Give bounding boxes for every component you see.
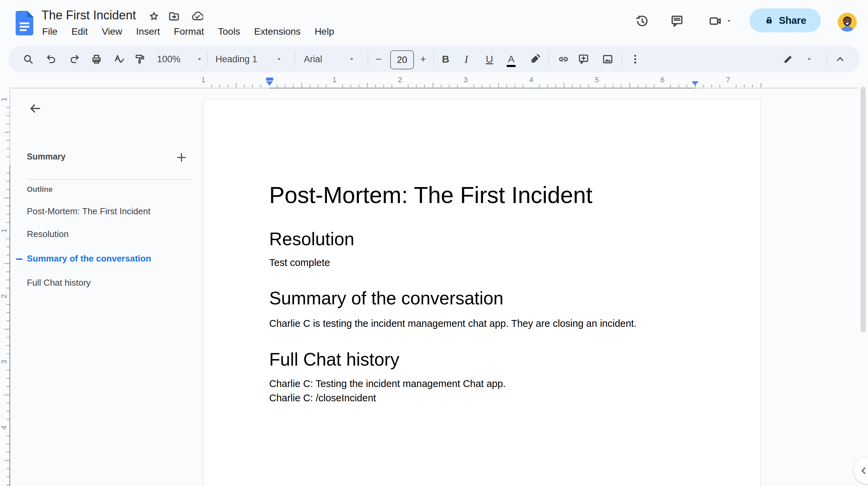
document-title[interactable]: The First Incident	[41, 8, 136, 22]
zoom-value: 100%	[157, 54, 180, 65]
paragraph-style-select[interactable]: Heading 1	[211, 51, 288, 67]
ruler-number: 1	[0, 227, 8, 234]
print-button[interactable]	[88, 51, 105, 67]
more-toolbar-options-button[interactable]	[627, 51, 643, 67]
menu-tools[interactable]: Tools	[216, 26, 241, 38]
redo-button[interactable]	[66, 51, 82, 67]
ruler-baseline-text-area	[270, 88, 695, 88]
outline-item-resolution[interactable]: Resolution	[27, 228, 69, 240]
image-icon	[602, 53, 613, 65]
outline-item-full-chat-history[interactable]: Full Chat history	[27, 277, 91, 288]
show-comments-button[interactable]	[668, 12, 686, 30]
version-history-button[interactable]	[633, 12, 651, 30]
first-line-indent-marker[interactable]	[266, 78, 273, 81]
paint-roller-icon	[134, 53, 146, 65]
plus-icon	[176, 152, 187, 163]
ruler-baseline-text-area	[10, 165, 10, 486]
outline-item-post-mortem[interactable]: Post-Mortem: The First Incident	[27, 205, 151, 217]
increase-font-size-button[interactable]: +	[415, 51, 431, 67]
star-button[interactable]	[146, 8, 162, 24]
paint-format-button[interactable]	[132, 51, 148, 67]
doc-chat-line[interactable]: Charlie C: Testing the incident manageme…	[269, 376, 696, 391]
chevron-down-icon	[805, 55, 813, 63]
share-label: Share	[779, 15, 806, 26]
pencil-icon	[783, 54, 794, 65]
italic-button[interactable]: I	[458, 51, 474, 67]
cloud-saved-icon	[191, 10, 203, 22]
bold-button[interactable]: B	[437, 51, 454, 67]
show-side-panel-button[interactable]	[854, 457, 868, 484]
toolbar-divider	[368, 52, 368, 67]
toolbar-divider	[622, 52, 622, 67]
chevron-down-icon	[725, 17, 733, 25]
zoom-select[interactable]: 100%	[153, 51, 207, 67]
menu-help[interactable]: Help	[313, 26, 336, 38]
kebab-menu-icon	[629, 53, 641, 65]
ruler-number: 6	[660, 76, 664, 84]
menu-edit[interactable]: Edit	[70, 26, 89, 38]
join-call-button[interactable]	[704, 12, 737, 30]
editing-mode-select[interactable]	[780, 51, 816, 67]
search-icon	[22, 53, 34, 65]
font-family-select[interactable]: Arial	[299, 51, 360, 67]
outline-item-summary-of-conversation[interactable]: Summary of the conversation	[27, 253, 151, 264]
toolbar-divider	[207, 52, 207, 67]
undo-button[interactable]	[44, 51, 60, 67]
menu-file[interactable]: File	[41, 26, 59, 38]
outline-section-label: Outline	[27, 185, 53, 194]
move-to-folder-button[interactable]	[166, 8, 182, 24]
underline-icon: U	[486, 54, 493, 64]
comment-icon	[670, 14, 684, 28]
add-comment-button[interactable]	[575, 51, 592, 67]
doc-heading-summary[interactable]: Summary of the conversation	[269, 288, 696, 309]
ruler-number: 4	[0, 424, 8, 431]
lock-icon	[764, 15, 774, 26]
spell-check-button[interactable]	[111, 51, 127, 67]
font-size-input[interactable]: 20	[390, 50, 414, 69]
chevron-up-icon	[834, 53, 846, 65]
insert-image-button[interactable]	[600, 51, 616, 67]
doc-chat-line[interactable]: Charlie C: /closeIncident	[269, 391, 696, 405]
ruler-number: 1	[332, 76, 336, 84]
menu-view[interactable]: View	[100, 26, 123, 38]
account-avatar[interactable]	[838, 13, 857, 32]
close-outline-button[interactable]	[27, 100, 44, 117]
hide-menus-button[interactable]	[832, 51, 848, 67]
toolbar-divider	[295, 52, 295, 67]
left-indent-marker[interactable]	[266, 81, 273, 86]
menu-insert[interactable]: Insert	[135, 26, 161, 38]
ruler-number: 3	[0, 358, 8, 366]
active-outline-indicator	[16, 258, 22, 260]
highlight-color-button[interactable]	[527, 51, 543, 67]
menu-format[interactable]: Format	[173, 26, 206, 38]
decrease-font-size-button[interactable]: −	[370, 51, 387, 67]
doc-paragraph-resolution[interactable]: Test complete	[269, 255, 696, 270]
ruler-number: 1	[0, 96, 8, 103]
chevron-down-icon	[196, 55, 203, 63]
document-page[interactable]: Post-Mortem: The First Incident Resoluti…	[203, 99, 761, 486]
spellcheck-icon	[113, 53, 125, 65]
toolbar-divider	[549, 52, 549, 67]
doc-title-heading[interactable]: Post-Mortem: The First Incident	[269, 182, 696, 208]
add-summary-button[interactable]	[173, 149, 190, 166]
right-indent-marker[interactable]	[692, 81, 698, 86]
underline-button[interactable]: U	[481, 51, 498, 67]
search-menus-button[interactable]	[20, 51, 36, 67]
insert-link-button[interactable]	[555, 51, 572, 67]
text-color-button[interactable]: A	[503, 51, 519, 67]
vertical-scrollbar-thumb[interactable]	[861, 87, 866, 333]
bold-icon: B	[442, 54, 449, 64]
text-color-icon: A	[508, 54, 515, 64]
google-docs-logo-icon[interactable]	[16, 11, 33, 35]
italic-icon: I	[465, 54, 468, 65]
minus-icon: −	[376, 54, 382, 64]
history-icon	[635, 14, 649, 28]
menu-extensions[interactable]: Extensions	[253, 26, 302, 38]
doc-paragraph-summary[interactable]: Charlie C is testing the incident manage…	[269, 316, 696, 331]
share-button[interactable]: Share	[749, 9, 821, 32]
doc-heading-resolution[interactable]: Resolution	[269, 229, 696, 250]
highlighter-icon	[529, 53, 541, 65]
document-status-button[interactable]	[189, 8, 205, 24]
doc-heading-chat-history[interactable]: Full Chat history	[269, 349, 696, 370]
video-camera-icon	[708, 14, 722, 28]
